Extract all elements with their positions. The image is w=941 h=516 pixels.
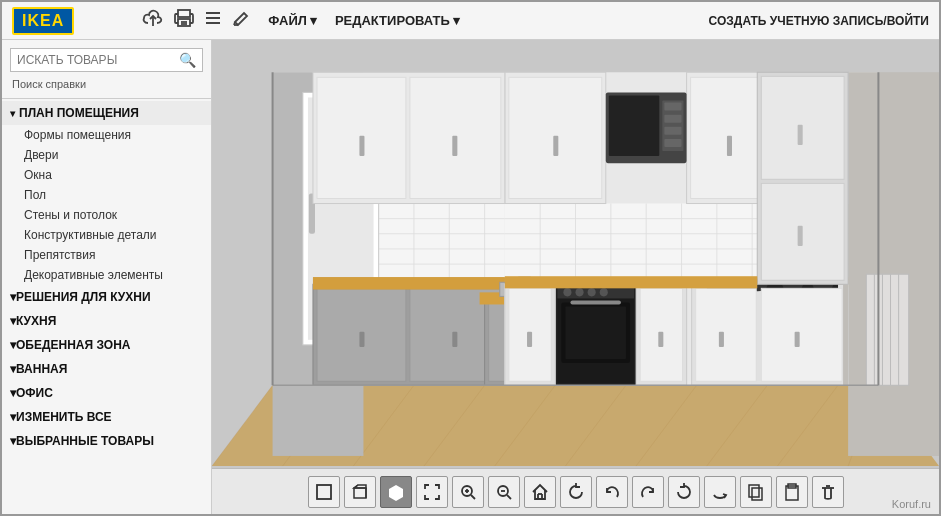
sidebar-section-vybr[interactable]: ▾ ВЫБРАННЫЕ ТОВАРЫ	[2, 429, 211, 453]
account-button[interactable]: СОЗДАТЬ УЧЕТНУЮ ЗАПИСЬ/ВОЙТИ	[709, 14, 929, 28]
sidebar-section-vybr-label: ВЫБРАННЫЕ ТОВАРЫ	[16, 434, 154, 448]
copy-button[interactable]	[740, 476, 772, 508]
undo-button[interactable]	[596, 476, 628, 508]
top-bar-menus: ФАЙЛ ▾ РЕДАКТИРОВАТЬ ▾	[268, 13, 460, 28]
sidebar-section-kuhnya[interactable]: ▾ КУХНЯ	[2, 309, 211, 333]
sidebar-section-izmen[interactable]: ▾ ИЗМЕНИТЬ ВСЕ	[2, 405, 211, 429]
sidebar-section-plan-label: ПЛАН ПОМЕЩЕНИЯ	[19, 106, 139, 120]
2d-view-button[interactable]	[308, 476, 340, 508]
svg-rect-71	[609, 95, 659, 156]
3d-filled-button[interactable]	[380, 476, 412, 508]
svg-point-109	[576, 288, 584, 296]
sidebar-divider-1	[2, 98, 211, 99]
svg-line-146	[471, 495, 475, 499]
perspective-view-button[interactable]	[344, 476, 376, 508]
svg-rect-74	[664, 115, 681, 123]
sidebar-item-deko[interactable]: Декоративные элементы	[2, 265, 211, 285]
search-box: 🔍	[10, 48, 203, 72]
svg-rect-107	[570, 300, 620, 304]
file-menu[interactable]: ФАЙЛ ▾	[268, 13, 317, 28]
sidebar-section-ofis-label: ОФИС	[16, 386, 53, 400]
delete-button[interactable]	[812, 476, 844, 508]
svg-point-110	[588, 288, 596, 296]
rotate-left-button[interactable]	[560, 476, 592, 508]
redo-button[interactable]	[632, 476, 664, 508]
sidebar-section-resheniya[interactable]: ▾ РЕШЕНИЯ ДЛЯ КУХНИ	[2, 285, 211, 309]
zoom-in-button[interactable]	[452, 476, 484, 508]
svg-rect-56	[848, 72, 939, 456]
paste-button[interactable]	[776, 476, 808, 508]
bottom-toolbar	[212, 468, 939, 514]
svg-rect-156	[749, 485, 759, 497]
svg-rect-106	[565, 307, 626, 360]
svg-rect-133	[798, 125, 803, 145]
svg-rect-126	[761, 288, 842, 381]
home-button[interactable]	[524, 476, 556, 508]
main-area: 🔍 Поиск справки ▾ ПЛАН ПОМЕЩЕНИЯ Формы п…	[2, 40, 939, 514]
svg-rect-127	[719, 332, 724, 347]
sidebar: 🔍 Поиск справки ▾ ПЛАН ПОМЕЩЕНИЯ Формы п…	[2, 40, 212, 514]
search-icon[interactable]: 🔍	[179, 52, 196, 68]
sidebar-section-vann[interactable]: ▾ ВАННАЯ	[2, 357, 211, 381]
sidebar-item-konstrukt[interactable]: Конструктивные детали	[2, 225, 211, 245]
svg-rect-87	[452, 332, 457, 347]
sidebar-section-vann-label: ВАННАЯ	[16, 362, 67, 376]
svg-rect-125	[696, 288, 757, 381]
svg-rect-135	[505, 276, 757, 288]
chevron-down-icon: ▾	[10, 108, 15, 119]
sidebar-section-plan[interactable]: ▾ ПЛАН ПОМЕЩЕНИЯ	[2, 101, 211, 125]
svg-rect-81	[359, 136, 364, 156]
sidebar-section-kuhnya-label: КУХНЯ	[16, 314, 56, 328]
search-input[interactable]	[17, 53, 179, 67]
svg-rect-114	[527, 332, 532, 347]
svg-rect-139	[317, 485, 331, 499]
sidebar-section-ofis[interactable]: ▾ ОФИС	[2, 381, 211, 405]
sidebar-section-obed-label: ОБЕДЕННАЯ ЗОНА	[16, 338, 131, 352]
svg-rect-128	[795, 332, 800, 347]
svg-rect-82	[452, 136, 457, 156]
sidebar-item-okna[interactable]: Окна	[2, 165, 211, 185]
help-search-link[interactable]: Поиск справки	[2, 76, 211, 96]
ikea-logo: IKEA	[12, 7, 74, 35]
sidebar-item-formy[interactable]: Формы помещения	[2, 125, 211, 145]
sidebar-item-prepyat[interactable]: Препятствия	[2, 245, 211, 265]
svg-rect-86	[359, 332, 364, 347]
svg-rect-69	[553, 136, 558, 156]
sidebar-section-resheniya-label: РЕШЕНИЯ ДЛЯ КУХНИ	[16, 290, 151, 304]
3d-view[interactable]	[212, 40, 939, 468]
orbit-button[interactable]	[704, 476, 736, 508]
svg-rect-134	[798, 226, 803, 246]
svg-rect-117	[658, 332, 663, 347]
fit-screen-button[interactable]	[416, 476, 448, 508]
sidebar-item-dveri[interactable]: Двери	[2, 145, 211, 165]
top-bar-icons	[142, 9, 250, 32]
sidebar-section-izmen-label: ИЗМЕНИТЬ ВСЕ	[16, 410, 112, 424]
pencil-icon[interactable]	[232, 9, 250, 32]
top-bar: IKEA	[2, 2, 939, 40]
content-area: Koruf.ru	[212, 40, 939, 514]
kitchen-scene-svg	[212, 40, 939, 468]
rotate-right-button[interactable]	[668, 476, 700, 508]
list-icon[interactable]	[204, 10, 222, 31]
svg-rect-57	[866, 274, 908, 385]
zoom-out-button[interactable]	[488, 476, 520, 508]
sidebar-item-steny[interactable]: Стены и потолок	[2, 205, 211, 225]
svg-rect-140	[354, 488, 366, 498]
svg-rect-155	[752, 488, 762, 500]
sidebar-section-obed[interactable]: ▾ ОБЕДЕННАЯ ЗОНА	[2, 333, 211, 357]
svg-rect-89	[313, 277, 505, 289]
watermark: Koruf.ru	[892, 498, 931, 510]
svg-rect-1	[178, 10, 190, 17]
svg-line-150	[507, 495, 511, 499]
svg-rect-65	[727, 136, 732, 156]
svg-point-108	[563, 288, 571, 296]
svg-rect-73	[664, 103, 681, 111]
app-wrapper: IKEA	[0, 0, 941, 516]
svg-marker-144	[389, 485, 403, 501]
print-icon[interactable]	[174, 9, 194, 32]
edit-menu[interactable]: РЕДАКТИРОВАТЬ ▾	[335, 13, 460, 28]
svg-rect-76	[664, 139, 681, 147]
sidebar-item-pol[interactable]: Пол	[2, 185, 211, 205]
svg-point-111	[600, 288, 608, 296]
cloud-upload-icon[interactable]	[142, 9, 164, 32]
